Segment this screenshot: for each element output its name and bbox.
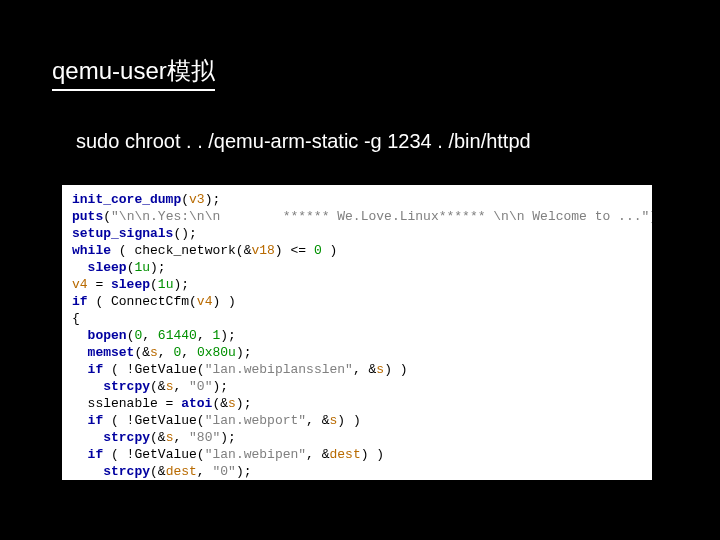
code-token: ); bbox=[205, 192, 221, 207]
code-token: ) <= bbox=[275, 243, 314, 258]
code-token: if bbox=[88, 447, 104, 462]
code-token: , & bbox=[306, 447, 329, 462]
code-token: ( bbox=[197, 447, 205, 462]
code-token: "lan.webport" bbox=[205, 413, 306, 428]
code-token: "0" bbox=[212, 464, 235, 479]
code-token: atoi bbox=[181, 396, 212, 411]
code-token: check_network bbox=[134, 243, 235, 258]
code-token: 1u bbox=[134, 260, 150, 275]
code-token: "lan.webiplansslen" bbox=[205, 362, 353, 377]
code-token bbox=[72, 430, 103, 445]
code-token: "\n\n.Yes:\n\n ****** We.Love.Linux*****… bbox=[111, 209, 649, 224]
code-token: ConnectCfm bbox=[111, 294, 189, 309]
code-token: (& bbox=[150, 464, 166, 479]
code-token: ( bbox=[111, 243, 134, 258]
code-token bbox=[72, 362, 88, 377]
code-token: ( bbox=[197, 413, 205, 428]
code-token: strcpy bbox=[103, 430, 150, 445]
code-token: GetValue bbox=[134, 362, 196, 377]
code-token: s bbox=[228, 396, 236, 411]
code-token: 0x80u bbox=[197, 345, 236, 360]
code-token: ); bbox=[236, 396, 252, 411]
code-token: , bbox=[173, 379, 189, 394]
code-token: 61440 bbox=[158, 328, 197, 343]
code-token: ); bbox=[220, 328, 236, 343]
code-token: ( bbox=[189, 294, 197, 309]
code-token bbox=[72, 345, 88, 360]
code-token: sleep bbox=[111, 277, 150, 292]
code-token: if bbox=[72, 294, 88, 309]
code-token bbox=[72, 413, 88, 428]
code-token bbox=[72, 379, 103, 394]
code-token: sslenable = bbox=[72, 396, 181, 411]
code-token: if bbox=[88, 362, 104, 377]
code-token: "0" bbox=[189, 379, 212, 394]
code-token: sleep bbox=[88, 260, 127, 275]
code-token: , bbox=[173, 430, 189, 445]
code-token: ( bbox=[103, 209, 111, 224]
code-token: { bbox=[72, 311, 80, 326]
code-token: v18 bbox=[251, 243, 274, 258]
code-token: ); bbox=[236, 464, 252, 479]
code-token: (& bbox=[150, 430, 166, 445]
code-token: v4 bbox=[197, 294, 213, 309]
code-token: s bbox=[376, 362, 384, 377]
code-token: ); bbox=[173, 277, 189, 292]
code-token: ( bbox=[150, 277, 158, 292]
code-token: memset bbox=[88, 345, 135, 360]
code-token: strcpy bbox=[103, 379, 150, 394]
code-token: , bbox=[142, 328, 158, 343]
code-token: ) bbox=[322, 243, 338, 258]
code-token: (& bbox=[212, 396, 228, 411]
code-token bbox=[72, 464, 103, 479]
slide: qemu-user模拟 sudo chroot . . /qemu-arm-st… bbox=[0, 0, 720, 540]
code-token: dest bbox=[330, 447, 361, 462]
code-token bbox=[72, 447, 88, 462]
code-listing: init_core_dump(v3); puts("\n\n.Yes:\n\n … bbox=[62, 185, 652, 480]
code-token: ); bbox=[649, 209, 652, 224]
code-token: ( bbox=[197, 362, 205, 377]
code-token: (); bbox=[173, 226, 196, 241]
code-token: ); bbox=[236, 345, 252, 360]
code-token: "80" bbox=[189, 430, 220, 445]
code-token: (& bbox=[134, 345, 150, 360]
code-token: , & bbox=[306, 413, 329, 428]
code-token: ( bbox=[181, 192, 189, 207]
code-token: bopen bbox=[88, 328, 127, 343]
code-token: ); bbox=[150, 260, 166, 275]
code-token: setup_signals bbox=[72, 226, 173, 241]
code-token: , bbox=[158, 345, 174, 360]
code-token: ( ! bbox=[103, 413, 134, 428]
code-token: ); bbox=[212, 379, 228, 394]
code-token: = bbox=[88, 277, 111, 292]
code-token: ) ) bbox=[361, 447, 384, 462]
code-token: init_core_dump bbox=[72, 192, 181, 207]
code-token: "lan.webipen" bbox=[205, 447, 306, 462]
code-token bbox=[72, 260, 88, 275]
code-token: ) ) bbox=[384, 362, 407, 377]
code-token: GetValue bbox=[134, 413, 196, 428]
code-token: (& bbox=[236, 243, 252, 258]
code-token: while bbox=[72, 243, 111, 258]
code-token: , bbox=[197, 328, 213, 343]
code-token: puts bbox=[72, 209, 103, 224]
code-token: , bbox=[197, 464, 213, 479]
code-token: (& bbox=[150, 379, 166, 394]
code-token: strcpy bbox=[103, 464, 150, 479]
code-token: 1u bbox=[158, 277, 174, 292]
code-token: ) ) bbox=[337, 413, 360, 428]
code-token: , bbox=[181, 345, 197, 360]
code-token: ( ! bbox=[103, 362, 134, 377]
command-line: sudo chroot . . /qemu-arm-static -g 1234… bbox=[76, 130, 531, 153]
code-token: s bbox=[150, 345, 158, 360]
slide-title: qemu-user模拟 bbox=[52, 55, 215, 91]
code-token: 0 bbox=[314, 243, 322, 258]
code-token: ) ) bbox=[212, 294, 235, 309]
code-token: , & bbox=[353, 362, 376, 377]
code-token: ); bbox=[220, 430, 236, 445]
code-token: GetValue bbox=[134, 447, 196, 462]
code-token bbox=[72, 328, 88, 343]
code-token: ( bbox=[88, 294, 111, 309]
code-token: v3 bbox=[189, 192, 205, 207]
code-token: ( ! bbox=[103, 447, 134, 462]
